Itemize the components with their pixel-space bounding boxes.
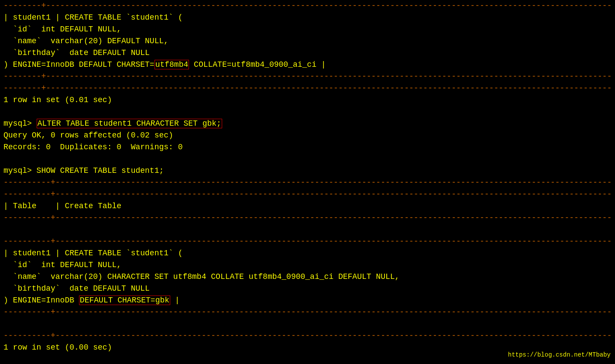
line-name: `name` varchar(20) DEFAULT NULL, (3, 35, 612, 47)
divider-bottom-1: ----------+-----------------------------… (3, 306, 612, 318)
highlight-charset-gbk: DEFAULT CHARSET=gbk (79, 295, 170, 305)
line-engine-2: ) ENGINE=InnoDB DEFAULT CHARSET=gbk | (3, 295, 612, 306)
line-student1-create-2: | student1 | CREATE TABLE `student1` ( (3, 247, 612, 259)
highlight-alter: ALTER TABLE student1 CHARACTER SET gbk; (37, 119, 222, 128)
line-id: `id` int DEFAULT NULL, (3, 24, 612, 35)
highlight-utf8mb4: utf8mb4 (155, 60, 189, 69)
blank-3 (3, 318, 612, 330)
terminal-window: --------+-------------------------------… (0, 0, 615, 364)
blank-2 (3, 153, 612, 165)
divider-2: --------+-------------------------------… (3, 71, 612, 82)
line-birthday: `birthday` date DEFAULT NULL (3, 47, 612, 59)
line-student1-create: | student1 | CREATE TABLE `student1` ( (3, 12, 612, 24)
divider-table-top2: ----------+-----------------------------… (3, 189, 612, 200)
records: Records: 0 Duplicates: 0 Warnings: 0 (3, 141, 612, 153)
line-name-2: `name` varchar(20) CHARACTER SET utf8mb4… (3, 271, 612, 283)
table-header: | Table | Create Table (3, 200, 612, 212)
line-engine-1: ) ENGINE=InnoDB DEFAULT CHARSET=utf8mb4 … (3, 59, 612, 71)
single-pipe: | (3, 224, 612, 236)
divider-table-top: ----------+-----------------------------… (3, 177, 612, 189)
divider-table-header: ----------+-----------------------------… (3, 212, 612, 224)
divider-1: --------+-------------------------------… (3, 0, 612, 12)
blank-1 (3, 106, 612, 118)
watermark: https://blog.csdn.net/MTbaby (508, 350, 611, 360)
alter-table-cmd: mysql> ALTER TABLE student1 CHARACTER SE… (3, 118, 612, 130)
divider-table-mid: ----------+-----------------------------… (3, 236, 612, 247)
row-count-1: 1 row in set (0.01 sec) (3, 94, 612, 106)
terminal-content: --------+-------------------------------… (0, 0, 615, 354)
divider-3: --------+-------------------------------… (3, 82, 612, 94)
line-id-2: `id` int DEFAULT NULL, (3, 259, 612, 271)
show-create-cmd: mysql> SHOW CREATE TABLE student1; (3, 165, 612, 177)
line-birthday-2: `birthday` date DEFAULT NULL (3, 283, 612, 295)
divider-bottom-2: ----------+-----------------------------… (3, 330, 612, 342)
query-ok: Query OK, 0 rows affected (0.02 sec) (3, 130, 612, 141)
